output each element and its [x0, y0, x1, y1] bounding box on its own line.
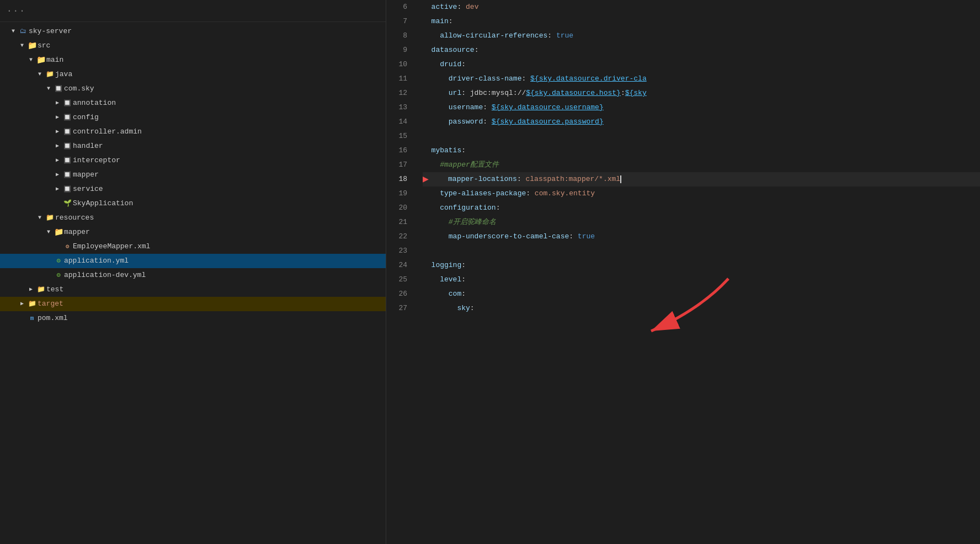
project-icon: 🗂: [18, 27, 29, 36]
package-icon: 🔲: [62, 127, 73, 136]
chevron-down-icon: ▼: [35, 70, 44, 79]
item-label-sky-server: sky-server: [29, 25, 72, 38]
yaml-key: logging: [432, 258, 462, 273]
folder-icon: 📁: [26, 41, 38, 50]
spring-java-icon: 🌱: [62, 199, 73, 208]
code-text: :: [547, 29, 556, 43]
code-text: [423, 201, 440, 215]
line-number: 21: [386, 215, 407, 230]
code-text: [423, 143, 432, 158]
code-line-23: [423, 244, 980, 258]
code-text: [423, 215, 449, 230]
code-text: [423, 86, 449, 100]
maven-file-icon: m: [26, 314, 38, 323]
yaml-key: druid: [440, 57, 461, 72]
xml-file-icon: ⚙: [62, 242, 73, 251]
tree-item-handler[interactable]: ▶ 🔲 handler: [0, 139, 386, 153]
package-icon: 🔲: [62, 99, 73, 108]
code-line-15: [423, 129, 980, 143]
line-number: 8: [386, 29, 407, 43]
yaml-key: active: [432, 0, 457, 14]
code-content[interactable]: active: dev main: allow-circular-referen…: [414, 0, 980, 544]
yaml-var: ${sky.datasource.driver-cla: [530, 72, 647, 86]
code-line-14: password: ${sky.datasource.password}: [423, 115, 980, 129]
code-text: : jdbc:mysql://: [461, 86, 526, 100]
tree-item-comsky[interactable]: ▼ 🔲 com.sky: [0, 82, 386, 96]
code-text: [423, 14, 432, 29]
tree-item-service[interactable]: ▶ 🔲 service: [0, 182, 386, 196]
code-text: :: [461, 57, 466, 72]
line-number: 9: [386, 43, 407, 57]
tree-item-interceptor[interactable]: ▶ 🔲 interceptor: [0, 153, 386, 168]
resources-folder-icon: 📁: [44, 214, 55, 222]
code-line-27: sky:: [423, 301, 980, 316]
sidebar-top-bar: ···: [0, 0, 386, 22]
tree-item-main[interactable]: ▼ 📁 main: [0, 53, 386, 67]
tree-item-controller-admin[interactable]: ▶ 🔲 controller.admin: [0, 125, 386, 139]
code-text: :: [621, 86, 625, 100]
code-line-18: ▶ mapper-locations: classpath:mapper/*.x…: [423, 172, 980, 186]
line-number: 6: [386, 0, 407, 14]
code-line-17: #mapper配置文件: [423, 158, 980, 172]
code-line-7: main:: [423, 14, 980, 29]
tree-item-config[interactable]: ▶ 🔲 config: [0, 110, 386, 125]
line-number: 11: [386, 72, 407, 86]
item-label-main: main: [46, 54, 63, 66]
yaml-key: level: [440, 273, 461, 287]
package-icon: 🔲: [62, 185, 73, 194]
yaml-key: username: [449, 100, 483, 115]
yaml-value: com.sky.entity: [535, 186, 595, 201]
item-label-target: target: [38, 298, 63, 310]
line-number: 25: [386, 273, 407, 287]
package-icon: 🔲: [62, 142, 73, 151]
tree-item-test[interactable]: ▶ 📁 test: [0, 282, 386, 297]
code-text: [423, 273, 440, 287]
item-label-service: service: [73, 183, 103, 195]
tree-item-target[interactable]: ▶ 📁 target: [0, 297, 386, 311]
yaml-key: configuration: [440, 201, 496, 215]
code-text: [423, 186, 440, 201]
yaml-value: true: [556, 29, 573, 43]
code-line-20: configuration:: [423, 201, 980, 215]
item-label-pom: pom.xml: [38, 312, 68, 324]
tree-item-mapper-dir[interactable]: ▼ 📁 mapper: [0, 225, 386, 239]
folder-icon: 📁: [35, 56, 46, 65]
item-label-comsky: com.sky: [64, 83, 94, 95]
yaml-key: mapper-locations: [448, 172, 517, 186]
line-number: 16: [386, 143, 407, 158]
code-text: [423, 158, 440, 172]
tree-item-sky-server[interactable]: ▼ 🗂 sky-server: [0, 24, 386, 39]
tree-item-application-dev-yml[interactable]: ⚙ application-dev.yml: [0, 268, 386, 282]
code-line-12: url: jdbc:mysql://${sky.datasource.host}…: [423, 86, 980, 100]
code-text: [423, 287, 449, 301]
code-line-21: #开启驼峰命名: [423, 215, 980, 230]
line-number: 17: [386, 158, 407, 172]
tree-item-src[interactable]: ▼ 📁 src: [0, 39, 386, 53]
chevron-down-icon: ▼: [35, 214, 44, 222]
tree-item-resources[interactable]: ▼ 📁 resources: [0, 211, 386, 225]
code-text: :: [461, 258, 466, 273]
package-icon: 🔲: [62, 170, 73, 179]
code-text: [423, 0, 432, 14]
line-number: 23: [386, 244, 407, 258]
sidebar-more-icon[interactable]: ···: [7, 6, 26, 16]
tree-item-application-yml[interactable]: ⚙ application.yml: [0, 254, 386, 268]
code-line-26: com:: [423, 287, 980, 301]
yaml-var: ${sky.datasource.host}: [526, 86, 621, 100]
tree-item-annotation[interactable]: ▶ 🔲 annotation: [0, 96, 386, 110]
code-text: [423, 100, 449, 115]
code-line-25: level:: [423, 273, 980, 287]
yaml-value: classpath:mapper/*.xml: [526, 172, 621, 186]
code-text: :: [449, 14, 453, 29]
test-folder-icon: 📁: [35, 285, 46, 294]
code-text: :: [470, 301, 475, 316]
code-text: :: [483, 100, 492, 115]
tree-item-pom[interactable]: m pom.xml: [0, 311, 386, 326]
tree-item-sky-application[interactable]: 🌱 SkyApplication: [0, 196, 386, 211]
tree-item-mapper-pkg[interactable]: ▶ 🔲 mapper: [0, 168, 386, 182]
line-number: 26: [386, 287, 407, 301]
tree-item-java[interactable]: ▼ 📁 java: [0, 67, 386, 82]
yaml-key: type-aliases-package: [440, 186, 526, 201]
tree-item-employeemapper[interactable]: ⚙ EmployeeMapper.xml: [0, 239, 386, 254]
code-text: [423, 301, 457, 316]
